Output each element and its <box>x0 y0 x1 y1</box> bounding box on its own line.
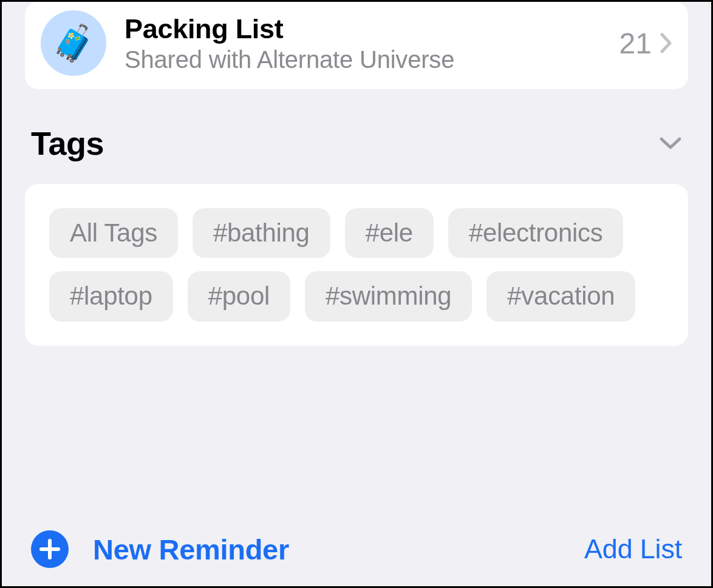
new-reminder-label: New Reminder <box>93 533 289 566</box>
chevron-right-icon <box>660 33 672 53</box>
tag-chip-ele[interactable]: #ele <box>345 208 434 258</box>
bottom-toolbar: New Reminder Add List <box>2 530 711 568</box>
tags-card: All Tags #bathing #ele #electronics #lap… <box>25 184 688 346</box>
tag-container: All Tags #bathing #ele #electronics #lap… <box>49 208 664 322</box>
new-reminder-button[interactable]: New Reminder <box>31 530 289 568</box>
briefcase-icon: 🧳 <box>52 25 95 61</box>
tags-section-header[interactable]: Tags <box>25 124 688 162</box>
tag-chip-electronics[interactable]: #electronics <box>448 208 624 258</box>
list-text: Packing List Shared with Alternate Unive… <box>125 13 619 73</box>
list-icon: 🧳 <box>41 10 106 76</box>
list-card: 🧳 Packing List Shared with Alternate Uni… <box>25 2 688 89</box>
tag-chip-vacation[interactable]: #vacation <box>486 271 635 321</box>
tag-chip-pool[interactable]: #pool <box>188 271 290 321</box>
chevron-down-icon <box>659 137 682 150</box>
list-count: 21 <box>619 27 652 60</box>
list-subtitle: Shared with Alternate Universe <box>125 46 619 73</box>
tag-chip-laptop[interactable]: #laptop <box>49 271 173 321</box>
list-row-packing-list[interactable]: 🧳 Packing List Shared with Alternate Uni… <box>25 2 688 89</box>
tag-chip-all[interactable]: All Tags <box>49 208 178 258</box>
tag-chip-swimming[interactable]: #swimming <box>305 271 472 321</box>
add-list-button[interactable]: Add List <box>584 533 682 565</box>
tags-section-title: Tags <box>31 124 104 162</box>
list-title: Packing List <box>125 13 619 45</box>
plus-circle-icon <box>31 530 69 568</box>
tag-chip-bathing[interactable]: #bathing <box>193 208 330 258</box>
